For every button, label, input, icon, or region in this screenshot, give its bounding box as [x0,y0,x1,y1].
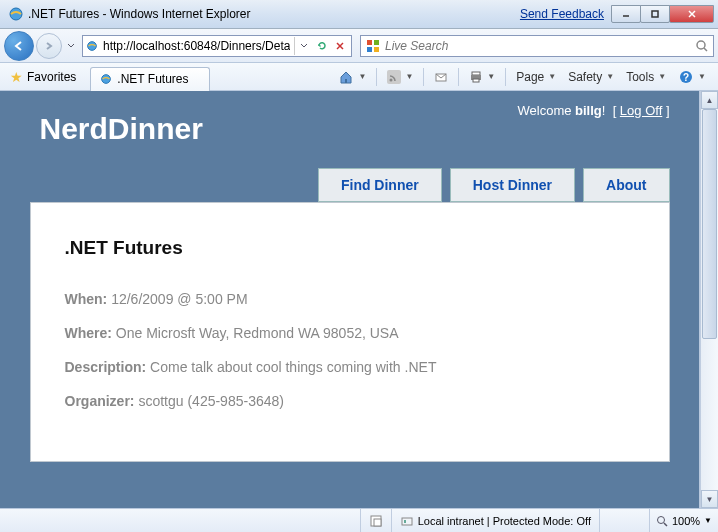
org-label: Organizer: [65,393,135,409]
navigation-bar [0,29,718,63]
close-button[interactable] [669,5,714,23]
svg-rect-19 [472,72,480,75]
maximize-button[interactable] [640,5,670,23]
svg-line-29 [664,523,667,526]
feeds-button[interactable]: ▼ [383,66,417,88]
status-zone[interactable]: Local intranet | Protected Mode: Off [391,509,599,532]
zoom-icon [656,515,668,527]
host-dinner-tab[interactable]: Host Dinner [450,168,575,202]
tools-menu-label: Tools [626,70,654,84]
refresh-button[interactable] [313,37,331,55]
zoom-control[interactable]: 100% ▼ [649,509,718,532]
svg-rect-15 [345,79,347,83]
svg-rect-11 [374,47,379,52]
window-titlebar: .NET Futures - Windows Internet Explorer… [0,0,718,29]
welcome-user: billg [575,103,602,118]
dinner-description: Description: Come talk about cool things… [65,359,635,375]
zone-icon [400,514,414,528]
window-title: .NET Futures - Windows Internet Explorer [28,7,520,21]
minimize-button[interactable] [611,5,641,23]
url-dropdown[interactable] [295,37,313,55]
popup-icon [369,514,383,528]
svg-point-28 [657,516,664,523]
browser-tab[interactable]: .NET Futures [90,67,210,91]
scroll-up-button[interactable]: ▲ [701,91,718,109]
welcome-prefix: Welcome [518,103,576,118]
scroll-thumb[interactable] [702,109,717,339]
dinner-organizer: Organizer: scottgu (425-985-3648) [65,393,635,409]
about-tab[interactable]: About [583,168,669,202]
page-menu-label: Page [516,70,544,84]
status-popup-blocker[interactable] [360,509,391,532]
dinner-details: .NET Futures When: 12/6/2009 @ 5:00 PM W… [30,202,670,462]
print-icon [469,70,483,84]
when-label: When: [65,291,108,307]
content-viewport: Welcome billg! [ Log Off ] NerdDinner Fi… [0,91,700,508]
help-icon: ? [678,69,694,85]
desc-label: Description: [65,359,147,375]
svg-rect-27 [404,520,406,523]
safety-menu[interactable]: Safety ▼ [564,66,618,88]
zone-text: Local intranet | Protected Mode: Off [418,515,591,527]
vertical-scrollbar[interactable]: ▲ ▼ [700,91,718,508]
page-menu[interactable]: Page ▼ [512,66,560,88]
desc-value: Come talk about cool things coming with … [146,359,436,375]
zoom-dropdown[interactable]: ▼ [704,516,712,525]
home-button[interactable]: ▼ [334,66,370,88]
main-menu: Find Dinner Host Dinner About [20,168,680,202]
print-button[interactable]: ▼ [465,66,499,88]
where-value: One Microsft Way, Redmond WA 98052, USA [112,325,399,341]
send-feedback-link[interactable]: Send Feedback [520,7,604,21]
separator [458,68,459,86]
mail-icon [434,70,448,84]
dinner-when: When: 12/6/2009 @ 5:00 PM [65,291,635,307]
svg-rect-26 [402,518,412,525]
svg-rect-10 [367,47,372,52]
page-icon [85,39,99,53]
rss-icon [387,70,401,84]
command-bar: ★ Favorites .NET Futures ▼ ▼ ▼ Page ▼ [0,63,718,91]
back-button[interactable] [4,31,34,61]
svg-text:?: ? [683,72,689,83]
svg-rect-8 [367,40,372,45]
dinner-title: .NET Futures [65,237,635,259]
dinner-where: Where: One Microsft Way, Redmond WA 9805… [65,325,635,341]
nerddinner-page: Welcome billg! [ Log Off ] NerdDinner Fi… [0,91,699,508]
welcome-suffix: ! [602,103,606,118]
stop-button[interactable] [331,37,349,55]
where-label: Where: [65,325,112,341]
svg-rect-21 [473,79,479,82]
status-progress [599,509,649,532]
separator [505,68,506,86]
read-mail-button[interactable] [430,66,452,88]
svg-rect-9 [374,40,379,45]
search-bar[interactable] [360,35,714,57]
tab-page-icon [99,72,113,86]
svg-point-12 [697,41,705,49]
separator [376,68,377,86]
favorites-button[interactable]: ★ Favorites [4,66,82,88]
org-value: scottgu (425-985-3648) [135,393,284,409]
live-search-icon [365,38,381,54]
tools-menu[interactable]: Tools ▼ [622,66,670,88]
nav-history-dropdown[interactable] [64,33,78,59]
url-input[interactable] [103,39,290,53]
ie-icon [8,6,24,22]
svg-rect-25 [374,519,381,526]
forward-button[interactable] [36,33,62,59]
scroll-down-button[interactable]: ▼ [701,490,718,508]
search-button[interactable] [695,39,709,53]
safety-menu-label: Safety [568,70,602,84]
address-bar[interactable] [82,35,352,57]
when-value: 12/6/2009 @ 5:00 PM [107,291,247,307]
status-bar: Local intranet | Protected Mode: Off 100… [0,508,718,532]
home-icon [338,69,354,85]
search-input[interactable] [385,39,691,53]
find-dinner-tab[interactable]: Find Dinner [318,168,442,202]
help-button[interactable]: ? ▼ [674,66,710,88]
separator [423,68,424,86]
svg-line-13 [704,48,707,51]
svg-point-17 [390,78,393,81]
zoom-value: 100% [672,515,700,527]
logoff-link[interactable]: Log Off [620,103,662,118]
